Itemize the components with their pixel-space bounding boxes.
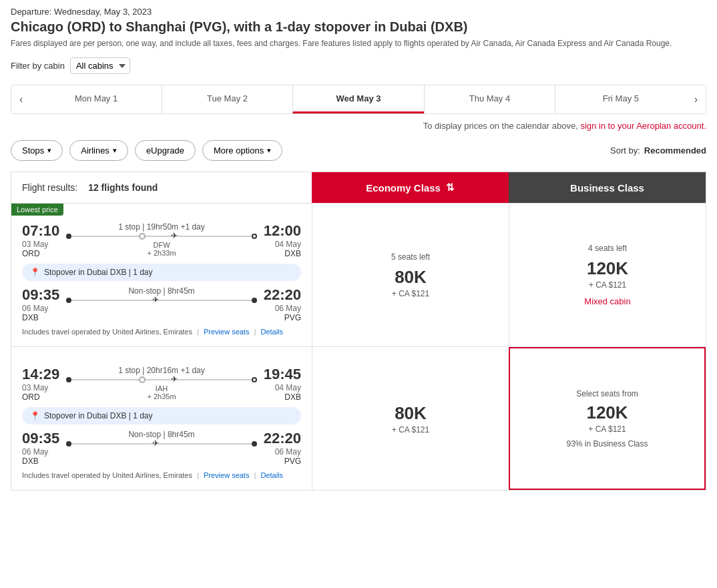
arrive-block-leg2-0: 22:20 06 May PVG — [264, 286, 301, 322]
business-class-header[interactable]: Business Class — [509, 172, 706, 203]
airlines-filter-button[interactable]: Airlines — [69, 140, 128, 161]
calendar-next-button[interactable]: › — [686, 85, 706, 113]
economy-price-0[interactable]: 5 seats left 80K + CA $121 — [312, 204, 509, 346]
stopover-bar-0: 📍 Stopover in Dubai DXB | 1 day — [22, 264, 301, 281]
results-header: Flight results: 12 flights found Economy… — [11, 172, 706, 204]
flight-card-1: 14:29 03 May ORD 1 stop | 20hr16m +1 day… — [11, 347, 706, 491]
flight-segment-leg2-1: 09:35 06 May DXB Non-stop | 8hr45m ✈ 22:… — [22, 430, 301, 466]
economy-sort-icon: ⇅ — [446, 182, 455, 194]
economy-class-header[interactable]: Economy Class ⇅ — [312, 172, 509, 203]
preview-seats-link-0[interactable]: Preview seats — [204, 328, 249, 336]
aeroplan-note: To display prices on the calendar above,… — [11, 121, 706, 131]
flight-line-1: ✈ — [66, 379, 256, 380]
eupgrade-button[interactable]: eUpgrade — [135, 140, 196, 161]
flight-info-1: 14:29 03 May ORD 1 stop | 20hr16m +1 day… — [11, 347, 312, 490]
details-link-0[interactable]: Details — [260, 328, 283, 336]
stops-filter-button[interactable]: Stops — [11, 140, 63, 161]
page-wrapper: Departure: Wednesday, May 3, 2023 Chicag… — [0, 0, 717, 497]
calendar-day-2[interactable]: Wed May 3 — [292, 85, 423, 113]
departure-label: Departure: Wednesday, May 3, 2023 — [11, 7, 706, 17]
flight-line-leg2-1: ✈ — [66, 443, 256, 445]
business-price-1[interactable]: Select seats from 120K + CA $121 93% in … — [509, 347, 706, 490]
details-link-1[interactable]: Details — [260, 471, 283, 479]
pin-icon-1: 📍 — [30, 411, 40, 420]
depart-block-1: 14:29 03 May ORD — [22, 366, 59, 402]
calendar-day-1[interactable]: Tue May 2 — [162, 85, 292, 113]
economy-price-1[interactable]: 80K + CA $121 — [312, 347, 509, 490]
calendar-prev-button[interactable]: ‹ — [11, 85, 31, 113]
calendar-day-0[interactable]: Mon May 1 — [31, 85, 161, 113]
pin-icon: 📍 — [30, 268, 40, 277]
depart-block-leg2-0: 09:35 06 May DXB — [22, 286, 59, 322]
sort-value: Recommended — [644, 145, 706, 156]
flight-segment-leg1-0: 07:10 03 May ORD 1 stop | 19hr50m +1 day… — [22, 222, 301, 258]
stops-block-leg2-0: Non-stop | 8hr45m ✈ — [59, 286, 263, 305]
more-options-button[interactable]: More options — [202, 140, 282, 161]
stops-block-1: 1 stop | 20hr16m +1 day ✈ IAH + 2h35m — [59, 366, 263, 400]
lowest-price-badge: Lowest price — [11, 204, 63, 216]
cabin-select[interactable]: All cabins — [70, 57, 130, 74]
filter-cabin-row: Filter by cabin All cabins — [11, 57, 706, 74]
operated-by-1: Includes travel operated by United Airli… — [22, 471, 301, 479]
calendar-day-3[interactable]: Thu May 4 — [424, 85, 555, 113]
business-price-0[interactable]: 4 seats left 120K + CA $121 Mixed cabin — [509, 204, 706, 346]
calendar-nav: ‹ Mon May 1 Tue May 2 Wed May 3 Thu May … — [11, 85, 706, 114]
stops-block-leg2-1: Non-stop | 8hr45m ✈ — [59, 430, 263, 449]
flight-info-0: 07:10 03 May ORD 1 stop | 19hr50m +1 day… — [11, 204, 312, 346]
aeroplan-link[interactable]: sign in to your Aeroplan account. — [580, 121, 706, 131]
via-1: IAH + 2h35m — [66, 384, 256, 400]
calendar-day-4[interactable]: Fri May 5 — [555, 85, 686, 113]
sort-by: Sort by: Recommended — [610, 145, 706, 156]
route-title: Chicago (ORD) to Shanghai (PVG), with a … — [11, 19, 706, 35]
flight-segment-leg2-0: 09:35 06 May DXB Non-stop | 8hr45m ✈ 22:… — [22, 286, 301, 322]
arrive-block-1: 19:45 04 May DXB — [264, 366, 301, 402]
flight-card-0: Lowest price 07:10 03 May ORD 1 stop | 1… — [11, 204, 706, 347]
stops-block-0: 1 stop | 19hr50m +1 day ✈ DFW + 2h33m — [59, 222, 263, 257]
mixed-cabin-badge-0: Mixed cabin — [584, 296, 630, 306]
depart-block-leg2-1: 09:35 06 May DXB — [22, 430, 59, 466]
flight-segment-leg1-1: 14:29 03 May ORD 1 stop | 20hr16m +1 day… — [22, 366, 301, 402]
flight-line-0: ✈ — [66, 236, 256, 237]
filter-cabin-label: Filter by cabin — [11, 61, 65, 71]
preview-seats-link-1[interactable]: Preview seats — [204, 471, 249, 479]
depart-block-0: 07:10 03 May ORD — [22, 222, 59, 258]
flight-line-leg2-0: ✈ — [66, 300, 256, 301]
arrive-block-leg2-1: 22:20 06 May PVG — [264, 430, 301, 466]
results-label: Flight results: 12 flights found — [11, 172, 312, 203]
via-0: DFW + 2h33m — [66, 241, 256, 257]
stopover-bar-1: 📍 Stopover in Dubai DXB | 1 day — [22, 407, 301, 424]
filter-bar: Stops Airlines eUpgrade More options Sor… — [11, 140, 706, 161]
operated-by-0: Includes travel operated by United Airli… — [22, 328, 301, 336]
arrive-block-0: 12:00 04 May DXB — [264, 222, 301, 258]
fare-note: Fares displayed are per person, one way,… — [11, 39, 706, 48]
